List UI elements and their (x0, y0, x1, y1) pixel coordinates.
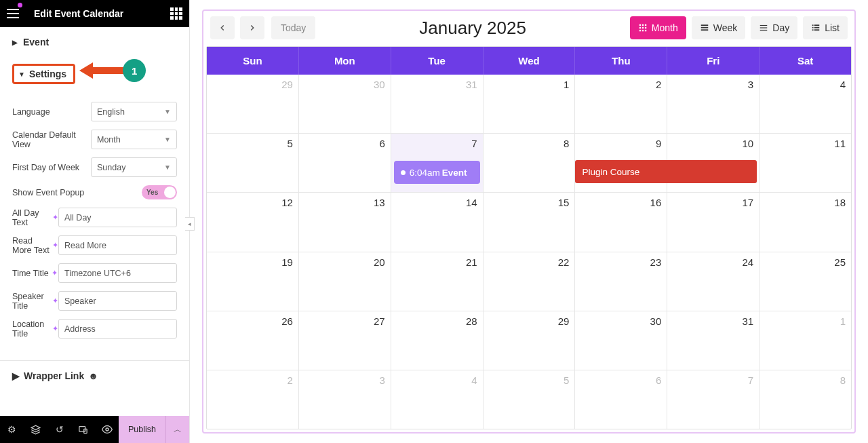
view-week-button[interactable]: Week (692, 16, 746, 39)
day-cell[interactable]: 1 (484, 75, 576, 133)
day-cell[interactable]: 4 (391, 370, 484, 429)
day-number: 4 (765, 79, 846, 90)
day-cell[interactable]: 18 (760, 193, 851, 251)
day-number: 3 (304, 374, 385, 386)
section-settings-label: Settings (29, 69, 66, 79)
wrapper-link-label: Wrapper Link (24, 370, 84, 381)
day-cell[interactable]: 29 (484, 311, 576, 370)
day-cell[interactable]: 3 (299, 370, 391, 429)
day-cell[interactable]: 23 (575, 252, 667, 311)
sparkle-icon: ✦ (52, 269, 58, 277)
day-cell[interactable]: 22 (484, 252, 576, 311)
day-cell[interactable]: 25 (760, 252, 851, 311)
event-dot-icon (401, 170, 406, 175)
today-button[interactable]: Today (271, 16, 315, 39)
day-cell[interactable]: 2 (207, 370, 299, 429)
show-popup-label: Show Event Popup (12, 188, 84, 197)
read-more-input[interactable] (58, 235, 177, 255)
first-day-value: Sunday (97, 163, 125, 172)
calendar-row: 2930311234 (207, 75, 851, 133)
publish-options-button[interactable]: ︿ (165, 416, 189, 443)
view-month-button[interactable]: Month (630, 16, 686, 39)
day-cell[interactable]: 15 (484, 193, 576, 251)
sparkle-icon: ✦ (52, 241, 58, 250)
event-item[interactable]: 6:04am Event (394, 161, 480, 184)
day-number: 22 (489, 256, 570, 268)
show-popup-toggle[interactable]: Yes (142, 185, 177, 199)
day-cell[interactable]: 4 (760, 75, 851, 133)
day-cell[interactable]: 11 (760, 134, 851, 192)
layers-icon[interactable] (24, 416, 47, 443)
day-number: 16 (580, 197, 661, 208)
publish-button[interactable]: Publish (119, 416, 165, 443)
day-cell[interactable]: 5 (207, 134, 299, 192)
default-view-select[interactable]: Month ▼ (91, 130, 177, 149)
view-list-button[interactable]: List (803, 16, 848, 39)
speaker-title-label: Speaker Title✦ (12, 292, 58, 311)
day-cell[interactable]: 20 (299, 252, 391, 311)
day-cell[interactable]: 26 (207, 311, 299, 370)
day-cell[interactable]: 16 (575, 193, 667, 251)
day-cell[interactable]: 17 (667, 193, 760, 251)
responsive-icon[interactable] (71, 416, 95, 443)
eye-icon[interactable] (95, 416, 119, 443)
svg-rect-14 (701, 27, 709, 28)
day-cell[interactable]: 12 (207, 193, 299, 251)
day-number: 13 (304, 197, 385, 208)
view-day-button[interactable]: Day (751, 16, 797, 39)
svg-rect-10 (639, 30, 641, 31)
day-cell[interactable]: 28 (391, 311, 484, 370)
event-plugin-course[interactable]: Plugin Course (575, 160, 757, 183)
day-number: 6 (580, 374, 661, 386)
day-cell[interactable]: 3 (667, 75, 760, 133)
day-cell[interactable]: 19 (207, 252, 299, 311)
next-button[interactable] (240, 16, 264, 39)
apps-grid-icon[interactable] (170, 7, 182, 20)
day-cell[interactable]: 24 (667, 252, 760, 311)
day-cell[interactable]: 7 (667, 370, 760, 429)
hamburger-menu-icon[interactable] (7, 5, 24, 22)
location-title-input[interactable] (58, 319, 177, 339)
speaker-title-input[interactable] (58, 291, 177, 311)
day-cell[interactable]: 6 (299, 134, 391, 192)
page-title: Edit Event Calendar (34, 8, 123, 19)
day-cell[interactable]: 6 (575, 370, 667, 429)
event-plugin-course-title: Plugin Course (582, 167, 639, 177)
time-title-input[interactable] (58, 263, 177, 283)
section-event[interactable]: ▶ Event (0, 27, 189, 57)
collapse-sidebar-handle[interactable]: ◂ (185, 217, 195, 231)
day-cell[interactable]: 5 (484, 370, 576, 429)
day-cell[interactable]: 30 (575, 311, 667, 370)
sidebar-header: Edit Event Calendar (0, 0, 189, 27)
day-header: Sat (760, 47, 851, 75)
all-day-input[interactable] (58, 208, 177, 227)
svg-rect-7 (639, 27, 641, 28)
day-cell[interactable]: 29 (207, 75, 299, 133)
day-cell[interactable]: 13 (299, 193, 391, 251)
day-cell[interactable]: 21 (391, 252, 484, 311)
prev-button[interactable] (210, 16, 235, 39)
day-cell[interactable]: 31 (667, 311, 760, 370)
day-cell[interactable]: 8 (760, 370, 851, 429)
day-cell[interactable]: 27 (299, 311, 391, 370)
first-day-select[interactable]: Sunday ▼ (91, 157, 177, 177)
day-cell[interactable]: 31 (391, 75, 484, 133)
default-view-label: Calendar Default View (12, 130, 91, 149)
day-cell[interactable]: 30 (299, 75, 391, 133)
day-cell[interactable]: 8 (484, 134, 576, 192)
language-select[interactable]: English ▼ (91, 102, 177, 121)
default-view-value: Month (97, 135, 121, 145)
day-number: 5 (212, 138, 293, 149)
day-cell[interactable]: 1 (760, 311, 851, 370)
section-settings[interactable]: ▼ Settings (12, 64, 75, 84)
caret-down-icon: ▼ (18, 71, 25, 78)
all-day-label: All Day Text✦ (12, 208, 58, 227)
history-icon[interactable]: ↺ (47, 416, 71, 443)
day-cell[interactable]: 76:04am Event (391, 134, 484, 192)
day-cell[interactable]: 2 (575, 75, 667, 133)
day-cell[interactable]: 14 (391, 193, 484, 251)
day-number: 26 (212, 315, 293, 327)
read-more-label: Read More Text✦ (12, 236, 58, 255)
section-wrapper-link[interactable]: ▶ Wrapper Link ☻ (0, 360, 189, 391)
gear-icon[interactable]: ⚙ (0, 416, 24, 443)
